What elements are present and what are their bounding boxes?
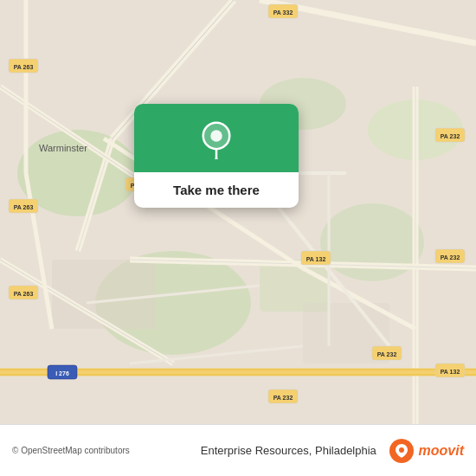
attribution-text: © OpenStreetMap contributors [12,446,130,455]
moovit-logo: moovit [389,439,464,463]
moovit-brand-text: moovit [419,443,464,459]
svg-text:PA 232: PA 232 [441,254,460,261]
location-pin-icon [197,121,235,159]
svg-text:PA 332: PA 332 [273,10,293,16]
location-name-text: Enterprise Resources, Philadelphia [201,444,376,457]
map-container: PA 263 PA 263 PA 263 PA 332 PA 332 PA 23… [0,0,476,424]
bottom-place: Enterprise Resources, Philadelphia [201,444,389,457]
button-label: Take me there [173,183,260,197]
bottom-bar: © OpenStreetMap contributors Enterprise … [0,424,476,476]
popup-card: Take me there [134,104,299,208]
svg-text:I 276: I 276 [55,370,69,376]
svg-text:PA 263: PA 263 [14,204,34,210]
svg-text:PA 232: PA 232 [441,133,460,139]
moovit-logo-icon [389,439,414,463]
popup-card-top [134,104,299,172]
svg-rect-7 [52,260,156,329]
svg-text:PA 132: PA 132 [441,369,460,375]
svg-text:PA 263: PA 263 [14,64,34,70]
svg-point-61 [210,130,222,142]
map-svg: PA 263 PA 263 PA 263 PA 332 PA 332 PA 23… [0,0,476,424]
svg-text:PA 263: PA 263 [14,291,34,297]
svg-text:PA 232: PA 232 [273,395,293,401]
svg-point-64 [399,447,404,453]
svg-text:PA 132: PA 132 [306,256,326,262]
svg-text:PA 232: PA 232 [377,351,397,357]
attribution: © OpenStreetMap contributors [12,446,201,455]
take-me-there-button[interactable]: Take me there [156,172,277,208]
svg-text:Warminster: Warminster [39,143,87,153]
